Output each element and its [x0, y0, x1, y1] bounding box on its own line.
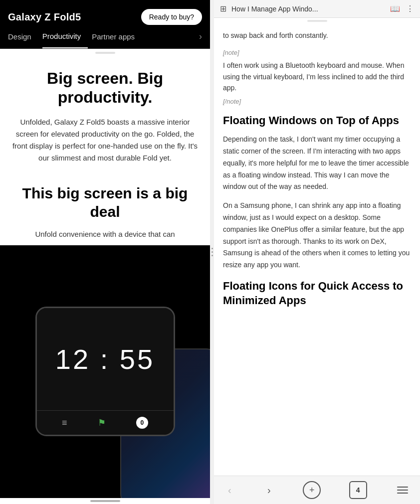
nav-arrow[interactable]: ›: [199, 31, 202, 42]
hero-description: Unfolded, Galaxy Z Fold5 boasts a massiv…: [12, 116, 198, 164]
more-menu-icon[interactable]: ⋮: [406, 4, 414, 13]
browser-back-button[interactable]: ‹: [224, 483, 235, 498]
phone-nav-badge[interactable]: 0: [136, 417, 148, 429]
phone-mockup: 12 : 55 ≡ ⚑ 0: [35, 307, 175, 436]
browser-actions: 📖 ⋮: [390, 4, 414, 13]
browser-top-bar: ⊞ How I Manage App Windo... 📖 ⋮: [214, 0, 420, 18]
phone-nav-bar: ≡ ⚑ 0: [37, 410, 174, 435]
drag-dot-1: [211, 248, 213, 249]
drag-dot-3: [211, 255, 213, 256]
second-heading: This big screen is a big deal: [12, 184, 198, 221]
nav-item-productivity[interactable]: Productivity: [42, 25, 88, 48]
ready-to-buy-button[interactable]: Ready to buy?: [141, 9, 202, 25]
panel-divider[interactable]: [210, 0, 214, 504]
section-heading-1: Floating Windows on Top of Apps: [223, 114, 411, 128]
scroll-indicator-bottom: [90, 500, 120, 502]
scroll-indicator-top: [95, 52, 115, 54]
browser-menu-button[interactable]: [395, 485, 410, 496]
nav-item-partner-apps[interactable]: Partner apps: [92, 25, 142, 48]
tab-grid-icon[interactable]: ⊞: [220, 4, 226, 13]
left-content: Big screen. Big productivity. Unfolded, …: [0, 54, 210, 498]
left-nav: Design Productivity Partner apps ›: [0, 25, 210, 49]
browser-bottom-bar: ‹ › + 4: [214, 476, 420, 504]
clock-display: 12 : 55: [55, 343, 155, 375]
bookmark-icon[interactable]: 📖: [390, 4, 400, 13]
note-open-tag: [note]: [223, 49, 239, 56]
tab-count-button[interactable]: 4: [349, 481, 367, 499]
plus-icon: +: [309, 485, 315, 496]
browser-url: How I Manage App Windo...: [231, 5, 385, 13]
phone-flag-icon[interactable]: ⚑: [98, 417, 106, 428]
second-section: This big screen is a big deal Unfold con…: [0, 174, 210, 245]
menu-line-1: [397, 487, 408, 488]
note-close-tag: [/note]: [223, 98, 241, 105]
note-text: I often work using a Bluetooth keyboard …: [223, 60, 411, 93]
left-panel: Galaxy Z Fold5 Ready to buy? Design Prod…: [0, 0, 210, 504]
note-block: [note] I often work using a Bluetooth ke…: [223, 48, 411, 105]
browser-forward-button[interactable]: ›: [263, 483, 275, 498]
browser-add-tab-button[interactable]: +: [303, 481, 321, 499]
right-panel: ⊞ How I Manage App Windo... 📖 ⋮ to swap …: [214, 0, 420, 504]
hero-section: Big screen. Big productivity. Unfolded, …: [0, 54, 210, 174]
article-content: to swap back and forth constantly. [note…: [214, 24, 420, 476]
menu-line-2: [397, 490, 408, 491]
phone-screen: 12 : 55: [37, 308, 174, 410]
menu-line-3: [397, 493, 408, 494]
nav-item-design[interactable]: Design: [8, 25, 38, 48]
dark-section: 12 : 55 ≡ ⚑ 0: [0, 245, 210, 498]
article-para-2: On a Samsung phone, I can shrink any app…: [223, 200, 411, 271]
left-header: Galaxy Z Fold5 Ready to buy?: [0, 0, 210, 25]
section-heading-2: Floating Icons for Quick Access to Minim…: [223, 279, 411, 308]
second-description: Unfold convenience with a device that ca…: [12, 228, 198, 240]
phone-menu-icon[interactable]: ≡: [62, 418, 67, 428]
brand-title: Galaxy Z Fold5: [8, 11, 81, 23]
article-para-1: Depending on the task, I don't want my t…: [223, 134, 411, 193]
article-intro: to swap back and forth constantly.: [223, 30, 411, 41]
hero-heading: Big screen. Big productivity.: [12, 69, 198, 107]
drag-dot-2: [211, 251, 213, 253]
right-scroll-top: [307, 20, 327, 22]
